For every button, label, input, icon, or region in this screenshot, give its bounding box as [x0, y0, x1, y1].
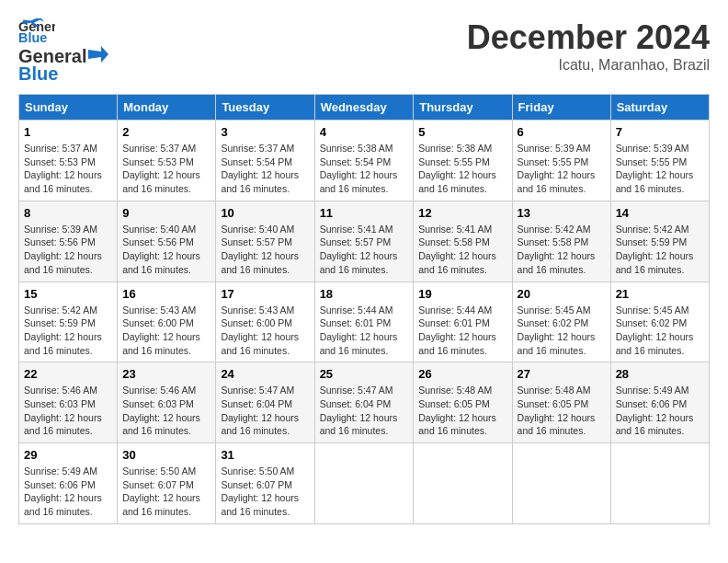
day-number: 3: [221, 125, 309, 139]
calendar-cell: 9 Sunrise: 5:40 AMSunset: 5:56 PMDayligh…: [118, 201, 216, 282]
day-of-week-header: Saturday: [610, 95, 709, 121]
calendar-cell: 2 Sunrise: 5:37 AMSunset: 5:53 PMDayligh…: [118, 121, 216, 201]
calendar-cell: 29 Sunrise: 5:49 AMSunset: 6:06 PMDaylig…: [19, 443, 118, 524]
day-detail: Sunrise: 5:48 AMSunset: 6:05 PMDaylight:…: [418, 385, 496, 436]
calendar-cell: 17 Sunrise: 5:43 AMSunset: 6:00 PMDaylig…: [216, 282, 314, 362]
calendar-cell: [610, 443, 709, 524]
day-number: 29: [24, 448, 112, 462]
day-number: 12: [418, 206, 506, 220]
calendar-cell: [414, 443, 512, 524]
day-number: 19: [418, 287, 506, 301]
svg-marker-3: [88, 46, 108, 63]
day-number: 18: [320, 287, 409, 301]
day-of-week-header: Friday: [512, 95, 610, 121]
day-detail: Sunrise: 5:37 AMSunset: 5:53 PMDaylight:…: [122, 143, 200, 194]
day-number: 9: [122, 206, 210, 220]
day-detail: Sunrise: 5:40 AMSunset: 5:56 PMDaylight:…: [122, 224, 200, 275]
day-detail: Sunrise: 5:49 AMSunset: 6:06 PMDaylight:…: [616, 385, 694, 436]
day-number: 25: [320, 367, 409, 381]
calendar-cell: 13 Sunrise: 5:42 AMSunset: 5:58 PMDaylig…: [512, 201, 610, 282]
day-number: 11: [320, 206, 409, 220]
day-number: 27: [518, 367, 606, 381]
day-number: 5: [418, 125, 506, 139]
calendar-cell: 8 Sunrise: 5:39 AMSunset: 5:56 PMDayligh…: [19, 201, 118, 282]
day-detail: Sunrise: 5:39 AMSunset: 5:55 PMDaylight:…: [616, 143, 694, 194]
calendar-cell: 30 Sunrise: 5:50 AMSunset: 6:07 PMDaylig…: [118, 443, 216, 524]
day-detail: Sunrise: 5:42 AMSunset: 5:59 PMDaylight:…: [24, 304, 102, 356]
day-number: 14: [616, 206, 704, 220]
logo-plane-icon: [88, 46, 108, 63]
day-detail: Sunrise: 5:40 AMSunset: 5:57 PMDaylight:…: [221, 224, 299, 275]
svg-text:Blue: Blue: [18, 30, 47, 44]
day-number: 17: [221, 287, 309, 301]
logo: General Blue General Blue: [18, 18, 110, 85]
day-of-week-header: Sunday: [19, 95, 118, 121]
calendar-cell: 19 Sunrise: 5:44 AMSunset: 6:01 PMDaylig…: [414, 282, 512, 362]
calendar-cell: 14 Sunrise: 5:42 AMSunset: 5:59 PMDaylig…: [610, 201, 709, 282]
day-detail: Sunrise: 5:47 AMSunset: 6:04 PMDaylight:…: [221, 385, 299, 436]
day-detail: Sunrise: 5:46 AMSunset: 6:03 PMDaylight:…: [122, 385, 200, 436]
calendar-week-row: 15 Sunrise: 5:42 AMSunset: 5:59 PMDaylig…: [19, 282, 710, 362]
calendar-week-row: 8 Sunrise: 5:39 AMSunset: 5:56 PMDayligh…: [19, 201, 710, 282]
day-detail: Sunrise: 5:43 AMSunset: 6:00 PMDaylight:…: [221, 304, 299, 356]
month-title: December 2024: [467, 18, 710, 57]
day-of-week-header: Monday: [118, 95, 216, 121]
day-detail: Sunrise: 5:49 AMSunset: 6:06 PMDaylight:…: [24, 465, 102, 517]
day-detail: Sunrise: 5:39 AMSunset: 5:55 PMDaylight:…: [518, 143, 596, 194]
calendar-cell: 16 Sunrise: 5:43 AMSunset: 6:00 PMDaylig…: [118, 282, 216, 362]
day-detail: Sunrise: 5:50 AMSunset: 6:07 PMDaylight:…: [122, 465, 200, 517]
day-number: 21: [616, 287, 704, 301]
calendar-cell: 28 Sunrise: 5:49 AMSunset: 6:06 PMDaylig…: [610, 362, 709, 443]
day-detail: Sunrise: 5:37 AMSunset: 5:53 PMDaylight:…: [24, 143, 102, 194]
calendar-table: SundayMondayTuesdayWednesdayThursdayFrid…: [18, 94, 710, 524]
page-header: General Blue General Blue December 2024 …: [18, 18, 710, 85]
day-detail: Sunrise: 5:44 AMSunset: 6:01 PMDaylight:…: [418, 304, 496, 356]
calendar-cell: 10 Sunrise: 5:40 AMSunset: 5:57 PMDaylig…: [216, 201, 314, 282]
logo-blue: Blue: [18, 63, 58, 85]
calendar-cell: [314, 443, 414, 524]
day-detail: Sunrise: 5:44 AMSunset: 6:01 PMDaylight:…: [320, 304, 398, 356]
calendar-week-row: 29 Sunrise: 5:49 AMSunset: 6:06 PMDaylig…: [19, 443, 710, 524]
calendar-cell: 12 Sunrise: 5:41 AMSunset: 5:58 PMDaylig…: [414, 201, 512, 282]
calendar-cell: 7 Sunrise: 5:39 AMSunset: 5:55 PMDayligh…: [610, 121, 709, 201]
day-detail: Sunrise: 5:45 AMSunset: 6:02 PMDaylight:…: [518, 304, 596, 356]
day-number: 16: [122, 287, 210, 301]
day-detail: Sunrise: 5:38 AMSunset: 5:54 PMDaylight:…: [320, 143, 398, 194]
calendar-cell: 31 Sunrise: 5:50 AMSunset: 6:07 PMDaylig…: [216, 443, 314, 524]
day-number: 13: [518, 206, 606, 220]
day-of-week-header: Tuesday: [216, 95, 314, 121]
day-detail: Sunrise: 5:42 AMSunset: 5:58 PMDaylight:…: [518, 224, 596, 275]
day-detail: Sunrise: 5:38 AMSunset: 5:55 PMDaylight:…: [418, 143, 496, 194]
calendar-cell: 25 Sunrise: 5:47 AMSunset: 6:04 PMDaylig…: [314, 362, 414, 443]
day-number: 2: [122, 125, 210, 139]
calendar-week-row: 1 Sunrise: 5:37 AMSunset: 5:53 PMDayligh…: [19, 121, 710, 201]
calendar-cell: 27 Sunrise: 5:48 AMSunset: 6:05 PMDaylig…: [512, 362, 610, 443]
calendar-cell: 3 Sunrise: 5:37 AMSunset: 5:54 PMDayligh…: [216, 121, 314, 201]
day-number: 8: [24, 206, 112, 220]
day-of-week-header: Thursday: [414, 95, 512, 121]
calendar-cell: 23 Sunrise: 5:46 AMSunset: 6:03 PMDaylig…: [118, 362, 216, 443]
day-number: 20: [518, 287, 606, 301]
day-detail: Sunrise: 5:47 AMSunset: 6:04 PMDaylight:…: [320, 385, 398, 436]
logo-icon: General Blue: [18, 18, 55, 44]
calendar-cell: 6 Sunrise: 5:39 AMSunset: 5:55 PMDayligh…: [512, 121, 610, 201]
calendar-cell: 22 Sunrise: 5:46 AMSunset: 6:03 PMDaylig…: [19, 362, 118, 443]
day-number: 28: [616, 367, 704, 381]
day-detail: Sunrise: 5:37 AMSunset: 5:54 PMDaylight:…: [221, 143, 299, 194]
day-number: 23: [122, 367, 210, 381]
day-of-week-header: Wednesday: [314, 95, 414, 121]
day-detail: Sunrise: 5:41 AMSunset: 5:57 PMDaylight:…: [320, 224, 398, 275]
day-number: 6: [518, 125, 606, 139]
day-detail: Sunrise: 5:41 AMSunset: 5:58 PMDaylight:…: [418, 224, 496, 275]
day-number: 24: [221, 367, 309, 381]
calendar-week-row: 22 Sunrise: 5:46 AMSunset: 6:03 PMDaylig…: [19, 362, 710, 443]
day-number: 31: [221, 448, 309, 462]
calendar-cell: 15 Sunrise: 5:42 AMSunset: 5:59 PMDaylig…: [19, 282, 118, 362]
calendar-cell: 4 Sunrise: 5:38 AMSunset: 5:54 PMDayligh…: [314, 121, 414, 201]
calendar-cell: [512, 443, 610, 524]
day-number: 1: [24, 125, 112, 139]
calendar-cell: 21 Sunrise: 5:45 AMSunset: 6:02 PMDaylig…: [610, 282, 709, 362]
day-number: 22: [24, 367, 112, 381]
calendar-cell: 11 Sunrise: 5:41 AMSunset: 5:57 PMDaylig…: [314, 201, 414, 282]
calendar-cell: 24 Sunrise: 5:47 AMSunset: 6:04 PMDaylig…: [216, 362, 314, 443]
